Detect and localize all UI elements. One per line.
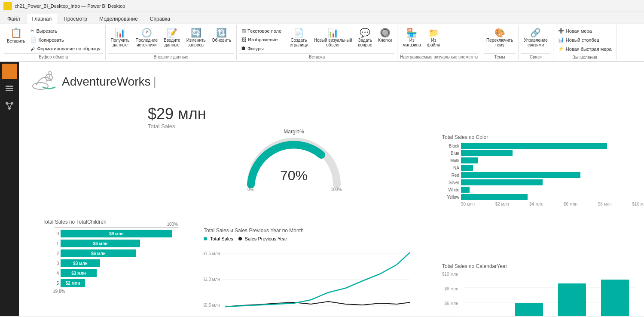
- color-bar-blue: [461, 150, 513, 156]
- ribbon-tabs: Файл Главная Просмотр Моделирование Спра…: [0, 12, 644, 24]
- color-chart-title: Total Sales по Color: [442, 134, 644, 140]
- qa-button[interactable]: 💬 Задатьвопрос: [355, 27, 375, 49]
- year-chart-area: $10 млн $8 млн $6 млн $4 млн $2 млн $0 м…: [442, 272, 644, 316]
- sales-year-widget: Total Sales по CalendarYear $10 млн $8 м…: [442, 263, 644, 316]
- insert-content: ▤ Текстовое поле 🖼 Изображение ⬟ Фигуры …: [239, 25, 394, 52]
- color-row-multi: Multi: [442, 157, 644, 163]
- refresh-button[interactable]: 🔃 Обновить: [209, 27, 234, 44]
- legend-prev-year: Sales Previous Year: [238, 236, 287, 241]
- svg-rect-2: [8, 3, 9, 9]
- quick-measure-button[interactable]: ⚡ Новая быстрая мера: [556, 45, 614, 53]
- sidebar-item-data[interactable]: [2, 81, 17, 96]
- svg-rect-0: [5, 6, 6, 9]
- svg-line-14: [7, 104, 9, 108]
- edit-queries-button[interactable]: 🔄 Изменитьзапросы: [184, 27, 208, 49]
- tab-file[interactable]: Файл: [2, 14, 26, 24]
- svg-rect-4: [10, 68, 13, 70]
- ribbon-group-relations: 🔗 Управлениесвязями Связи: [519, 25, 553, 60]
- image-button[interactable]: 🖼 Изображение: [239, 36, 284, 43]
- themes-group-label: Темы: [484, 53, 516, 60]
- ribbon-group-clipboard: 📋 Вставить ✂ Вырезать 📄 Копировать 🖌 Фор…: [2, 25, 106, 60]
- measure-label: Новая мера: [566, 28, 592, 34]
- bar-label-3: 3: [43, 261, 59, 266]
- format-painter-button[interactable]: 🖌 Форматирование по образцу: [28, 45, 102, 52]
- svg-text:$0,5 млн: $0,5 млн: [204, 303, 220, 308]
- theme-label: Переключитьтему: [486, 38, 513, 47]
- from-file-button[interactable]: 📁 Изфайла: [424, 27, 443, 49]
- gauge-widget: Margin% 0% 100% 70%: [229, 129, 358, 193]
- bar-2003: [558, 283, 586, 316]
- clipboard-small-group: ✂ Вырезать 📄 Копировать 🖌 Форматирование…: [28, 27, 102, 52]
- svg-point-12: [8, 107, 11, 110]
- new-page-icon: 📄: [293, 28, 304, 37]
- bar-label-0: 0: [43, 231, 59, 236]
- shapes-button[interactable]: ⬟ Фигуры: [239, 44, 284, 52]
- title-bar: ch21_Power_BI_Desktop_Intro — Power BI D…: [0, 0, 644, 12]
- new-column-button[interactable]: 📊 Новый столбец: [556, 36, 614, 44]
- from-store-button[interactable]: 🏪 Измагазина: [400, 27, 424, 49]
- y-8: $8 млн: [445, 286, 458, 291]
- bar-row-4: 4 $3 млн: [43, 269, 178, 277]
- ribbon-group-custom: 🏪 Измагазина 📁 Изфайла Настраиваемые виз…: [397, 25, 481, 60]
- svg-text:$1,5 млн: $1,5 млн: [204, 251, 220, 256]
- color-bar-silver: [461, 179, 543, 185]
- enter-data-icon: 📝: [167, 28, 177, 37]
- buttons-button[interactable]: 🔘 Кнопки: [375, 27, 394, 44]
- svg-text:$1,0 млн: $1,0 млн: [204, 277, 220, 282]
- switch-theme-button[interactable]: 🎨 Переключитьтему: [484, 27, 516, 49]
- new-measure-button[interactable]: ➕ Новая мера: [556, 27, 614, 35]
- tab-home[interactable]: Главная: [27, 14, 58, 24]
- paste-button[interactable]: 📋 Вставить: [4, 27, 27, 45]
- relations-icon: 🔗: [530, 28, 541, 37]
- clipboard-content: 📋 Вставить ✂ Вырезать 📄 Копировать 🖌 Фор…: [4, 25, 103, 52]
- store-icon: 🏪: [406, 28, 417, 37]
- color-bar-white: [461, 187, 470, 193]
- tab-model[interactable]: Моделирование: [94, 14, 143, 24]
- bar-5: $2 млн: [61, 279, 85, 287]
- ribbon-group-insert: ▤ Текстовое поле 🖼 Изображение ⬟ Фигуры …: [237, 25, 397, 60]
- new-page-button[interactable]: 📄 Создатьстраницу: [287, 27, 311, 49]
- ribbon-group-calc: ➕ Новая мера 📊 Новый столбец ⚡ Новая быс…: [553, 25, 617, 60]
- gauge-title: Margin%: [229, 129, 358, 135]
- color-row-white: White: [442, 187, 644, 193]
- cut-button[interactable]: ✂ Вырезать: [28, 27, 102, 35]
- manage-relations-button[interactable]: 🔗 Управлениесвязями: [521, 27, 550, 49]
- color-row-silver: Silver: [442, 179, 644, 185]
- kpi-card: $29 млн Total Sales: [148, 105, 206, 129]
- bar-val-3: $3 млн: [71, 261, 89, 266]
- enter-data-button[interactable]: 📝 Введитеданные: [161, 27, 183, 49]
- recent-sources-button[interactable]: 🕐 Последниеисточники: [133, 27, 160, 49]
- bar-row-1: 1 $6 млн: [43, 240, 178, 247]
- new-visual-button[interactable]: 📊 Новый визуальныйобъект: [311, 27, 355, 49]
- measure-icon: ➕: [558, 28, 564, 34]
- new-page-label: Создатьстраницу: [290, 38, 308, 47]
- get-data-button[interactable]: 📊 Получитьданные: [108, 27, 132, 49]
- aw-pipe: |: [153, 75, 156, 89]
- title-text: ch21_Power_BI_Desktop_Intro — Power BI D…: [15, 3, 125, 9]
- format-painter-icon: 🖌: [31, 46, 35, 51]
- bar-val-4: $3 млн: [70, 271, 88, 276]
- copy-button[interactable]: 📄 Копировать: [28, 36, 102, 44]
- sidebar-item-report[interactable]: [2, 64, 17, 79]
- color-x-6: $6 млн: [564, 202, 577, 206]
- aw-logo-svg: [27, 69, 62, 95]
- bar-val-2: $6 млн: [89, 251, 107, 256]
- theme-icon: 🎨: [494, 28, 505, 37]
- image-label: Изображение: [248, 37, 278, 42]
- legend-total-sales: Total Sales: [204, 236, 233, 241]
- color-x-10: $10 млн: [632, 202, 644, 206]
- color-row-blue: Blue: [442, 150, 644, 156]
- kpi-value: $29 млн: [148, 105, 206, 123]
- prev-year-legend-label: Sales Previous Year: [245, 236, 287, 241]
- tab-help[interactable]: Справка: [144, 14, 176, 24]
- svg-rect-5: [6, 73, 9, 75]
- scale-row: 100%: [43, 228, 178, 228]
- bar-row-2: 2 $6 млн: [43, 249, 178, 257]
- y-10: $10 млн: [442, 272, 458, 277]
- tab-view[interactable]: Просмотр: [58, 14, 93, 24]
- sidebar-item-model[interactable]: [2, 98, 17, 114]
- textbox-button[interactable]: ▤ Текстовое поле: [239, 27, 284, 35]
- get-data-icon: 📊: [115, 28, 125, 37]
- children-chart-title: Total Sales по TotalChildren: [43, 219, 178, 225]
- total-sales-legend-label: Total Sales: [210, 236, 233, 241]
